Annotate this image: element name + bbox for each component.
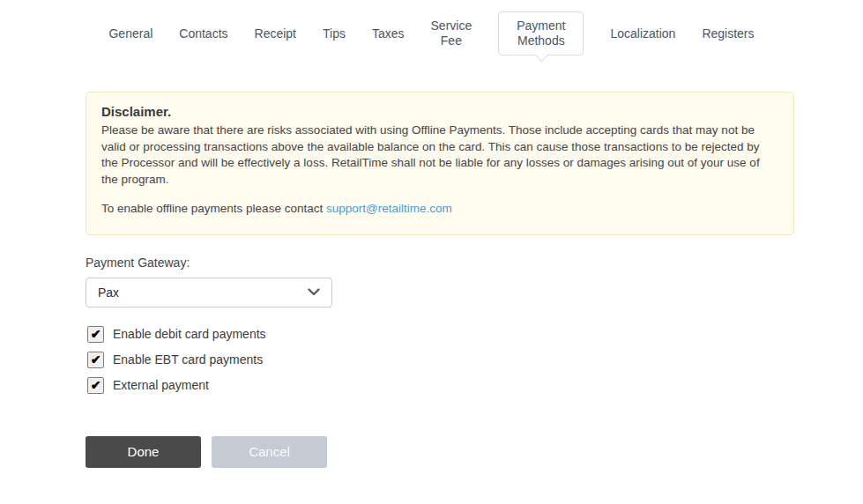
tab-taxes[interactable]: Taxes	[372, 20, 405, 48]
tab-service-fee[interactable]: Service Fee	[431, 12, 472, 55]
external-payment-option-row: ✔ External payment	[87, 377, 863, 394]
tab-payment-methods[interactable]: Payment Methods	[498, 11, 584, 56]
ebt-card-checkbox[interactable]: ✔	[87, 352, 104, 368]
external-payment-option-label: External payment	[113, 378, 209, 392]
tab-contacts[interactable]: Contacts	[179, 20, 227, 48]
payment-gateway-selected-value: Pax	[98, 285, 119, 300]
debit-card-option-label: Enable debit card payments	[113, 327, 266, 341]
debit-card-checkbox[interactable]: ✔	[87, 326, 104, 343]
disclaimer-panel: Disclaimer. Please be aware that there a…	[86, 92, 794, 235]
check-icon: ✔	[91, 353, 101, 366]
tab-receipt[interactable]: Receipt	[255, 20, 296, 48]
check-icon: ✔	[91, 328, 101, 340]
disclaimer-contact-line: To enable offline payments please contac…	[101, 201, 778, 218]
support-email-link[interactable]: support@retailtime.com	[326, 202, 452, 215]
cancel-button[interactable]: Cancel	[212, 436, 327, 468]
form-action-bar: Done Cancel	[86, 436, 863, 468]
ebt-card-option-label: Enable EBT card payments	[113, 352, 263, 367]
tab-general[interactable]: General	[108, 20, 153, 48]
payment-options-group: ✔ Enable debit card payments ✔ Enable EB…	[87, 326, 863, 394]
settings-tab-bar: General Contacts Receipt Tips Taxes Serv…	[0, 0, 863, 56]
payment-gateway-label: Payment Gateway:	[86, 256, 863, 270]
external-payment-checkbox[interactable]: ✔	[87, 377, 104, 394]
disclaimer-body: Please be aware that there are risks ass…	[101, 122, 778, 188]
debit-card-option-row: ✔ Enable debit card payments	[87, 326, 863, 343]
check-icon: ✔	[91, 379, 101, 391]
tab-registers[interactable]: Registers	[702, 20, 754, 48]
disclaimer-contact-prefix: To enable offline payments please contac…	[101, 202, 326, 215]
chevron-down-icon	[308, 288, 320, 296]
ebt-card-option-row: ✔ Enable EBT card payments	[87, 352, 863, 368]
tab-tips[interactable]: Tips	[323, 20, 346, 48]
tab-localization[interactable]: Localization	[610, 20, 675, 48]
disclaimer-title: Disclaimer.	[101, 104, 778, 119]
done-button[interactable]: Done	[86, 436, 201, 468]
payment-gateway-select[interactable]: Pax	[86, 278, 332, 308]
